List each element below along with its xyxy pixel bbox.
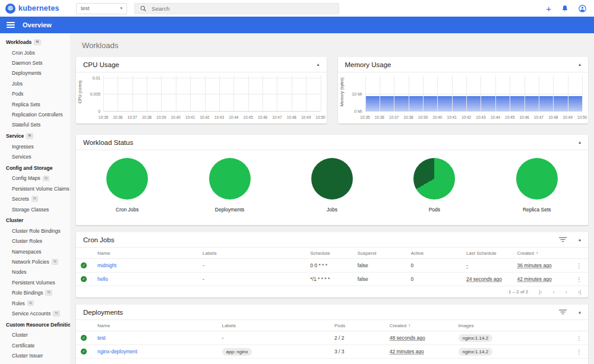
- sidebar-item-cluster-roles[interactable]: Cluster Roles: [0, 236, 70, 246]
- column-header-schedule[interactable]: Schedule: [304, 251, 352, 256]
- sidebar-item-label: Role Bindings: [12, 290, 43, 296]
- sidebar-item-pods[interactable]: Pods: [0, 89, 70, 99]
- x-tick-label: 10:40: [171, 115, 181, 119]
- usage-charts-row: CPU Usage ▴ CPU (cores) 0.010.0050 10:35…: [76, 57, 588, 124]
- sidebar-item-daemon-sets[interactable]: Daemon Sets: [0, 58, 70, 68]
- pie-label: Jobs: [290, 207, 374, 213]
- collapse-icon[interactable]: ▴: [579, 237, 581, 242]
- image-chip: nginx:1.14.2: [459, 348, 493, 356]
- column-header-pods[interactable]: Pods: [328, 323, 384, 328]
- sidebar-item-label: Service Accounts: [12, 311, 50, 316]
- sidebar-item-roles[interactable]: RolesN: [0, 298, 70, 308]
- sidebar-item-replica-sets[interactable]: Replica Sets: [0, 99, 70, 109]
- sidebar-item-storage-classes[interactable]: Storage Classes: [0, 204, 70, 214]
- search-bar: [134, 3, 339, 14]
- pagination-first-button[interactable]: |‹: [539, 289, 542, 295]
- cell-text: -: [197, 262, 304, 268]
- column-header-created[interactable]: Created↑: [511, 251, 570, 256]
- sidebar-item-cron-jobs[interactable]: Cron Jobs: [0, 48, 70, 58]
- sidebar-item-jobs[interactable]: Jobs: [0, 78, 70, 88]
- sidebar-item-cluster[interactable]: Cluster: [0, 330, 70, 340]
- sidebar-item-service-accounts[interactable]: Service AccountsN: [0, 308, 70, 318]
- sidebar-item-network-policies[interactable]: Network PoliciesN: [0, 257, 70, 267]
- workload-pie-deployments: Deployments: [188, 158, 271, 213]
- sidebar-group-custom-resource-definitions[interactable]: Custom Resource Definitions: [0, 319, 70, 330]
- brand-name: kubernetes: [18, 4, 59, 12]
- column-header-labels[interactable]: Labels: [197, 251, 304, 256]
- kebab-menu-icon[interactable]: ⋮: [576, 349, 582, 355]
- x-tick-label: 10:43: [214, 115, 224, 119]
- resource-link[interactable]: hello: [97, 276, 108, 282]
- sidebar-item-namespaces[interactable]: Namespaces: [0, 246, 70, 257]
- column-header-name[interactable]: Name: [91, 251, 197, 256]
- workload-status-panel: Workload Status ▴ Cron JobsDeploymentsJo…: [76, 135, 588, 225]
- sidebar-item-certificate[interactable]: Certificate: [0, 340, 70, 350]
- relative-time: 48 seconds ago: [390, 335, 425, 341]
- notifications-button[interactable]: [561, 5, 568, 12]
- page-heading: Overview: [23, 21, 52, 29]
- resource-link[interactable]: test: [97, 335, 106, 341]
- user-menu-button[interactable]: [579, 5, 586, 12]
- sidebar-group-service[interactable]: ServiceN: [0, 130, 70, 141]
- sidebar-item-deployments[interactable]: Deployments: [0, 68, 70, 78]
- sidebar-item-cluster-role-bindings[interactable]: Cluster Role Bindings: [0, 226, 70, 236]
- kebab-menu-icon[interactable]: ⋮: [576, 276, 582, 283]
- sidebar-item-persistent-volumes[interactable]: Persistent Volumes: [0, 277, 70, 287]
- collapse-icon[interactable]: ▴: [317, 62, 319, 67]
- panel-title: CPU Usage: [83, 61, 119, 68]
- kebab-menu-icon[interactable]: ⋮: [576, 262, 582, 269]
- gridline: [380, 75, 380, 111]
- sidebar-item-secrets[interactable]: SecretsN: [0, 194, 70, 204]
- kebab-menu-icon[interactable]: ⋮: [576, 335, 582, 341]
- namespace-selector[interactable]: test ▾: [76, 3, 127, 14]
- pagination-next-button[interactable]: ›: [565, 289, 567, 295]
- filter-button[interactable]: [559, 309, 567, 315]
- y-tick-label: 0.01: [92, 75, 100, 80]
- gridline: [190, 75, 191, 111]
- column-header-last-schedule[interactable]: Last Schedule: [460, 251, 511, 256]
- namespaced-badge: N: [43, 176, 49, 182]
- sidebar-item-ingresses[interactable]: Ingresses: [0, 141, 70, 151]
- sidebar-item-nodes[interactable]: Nodes: [0, 267, 70, 277]
- resource-link[interactable]: nginx-deployment: [97, 349, 137, 354]
- menu-button[interactable]: [7, 22, 15, 29]
- gridline: [292, 75, 292, 111]
- cpu-plot-area: 0.010.0050: [103, 75, 321, 112]
- kubernetes-wheel-icon: ☸: [5, 4, 15, 14]
- x-tick-label: 10:38: [403, 115, 413, 119]
- sidebar-item-stateful-sets[interactable]: Stateful Sets: [0, 120, 70, 130]
- column-header-name[interactable]: Name: [91, 323, 216, 328]
- resource-link[interactable]: midnight: [97, 262, 116, 268]
- sidebar-item-config-maps[interactable]: Config MapsN: [0, 173, 70, 183]
- kubernetes-logo[interactable]: ☸ kubernetes: [0, 4, 76, 14]
- column-header-active[interactable]: Active: [405, 251, 460, 256]
- filter-button[interactable]: [559, 237, 567, 242]
- y-tick-label: 0.005: [90, 92, 100, 96]
- column-header-labels[interactable]: Labels: [216, 323, 328, 328]
- collapse-icon[interactable]: ▴: [579, 62, 581, 67]
- create-resource-button[interactable]: +: [546, 4, 551, 13]
- pagination-previous-button[interactable]: ‹: [553, 289, 555, 295]
- sidebar-item-persistent-volume-claims[interactable]: Persistent Volume ClaimsN: [0, 183, 70, 194]
- pagination-last-button[interactable]: ›|: [578, 289, 581, 295]
- column-header-suspend[interactable]: Suspend: [352, 251, 405, 256]
- sidebar-group-workloads[interactable]: WorkloadsN: [0, 36, 70, 48]
- namespaced-badge: N: [31, 196, 38, 202]
- sidebar-group-config-and-storage[interactable]: Config and Storage: [0, 162, 70, 173]
- search-input[interactable]: [151, 5, 333, 12]
- sidebar-item-replication-controllers[interactable]: Replication Controllers: [0, 109, 70, 119]
- column-header-images[interactable]: Images: [453, 323, 570, 328]
- panel-title: Memory Usage: [345, 61, 391, 68]
- column-header-created[interactable]: Created↑: [384, 323, 453, 328]
- collapse-icon[interactable]: ▴: [579, 309, 581, 315]
- gridline: [481, 75, 481, 111]
- sidebar-item-cluster-issuer[interactable]: Cluster Issuer: [0, 350, 70, 360]
- x-tick-label: 10:41: [447, 115, 457, 119]
- sidebar-item-role-bindings[interactable]: Role BindingsN: [0, 288, 70, 298]
- x-tick-label: 10:49: [563, 115, 572, 119]
- sidebar-group-cluster[interactable]: Cluster: [0, 214, 70, 226]
- collapse-icon[interactable]: ▴: [579, 140, 581, 145]
- x-axis-labels: 10:3510:3610:3710:3810:3910:4010:4110:42…: [365, 115, 583, 121]
- sidebar-item-services[interactable]: Services: [0, 151, 70, 162]
- x-tick-label: 10:45: [505, 115, 514, 119]
